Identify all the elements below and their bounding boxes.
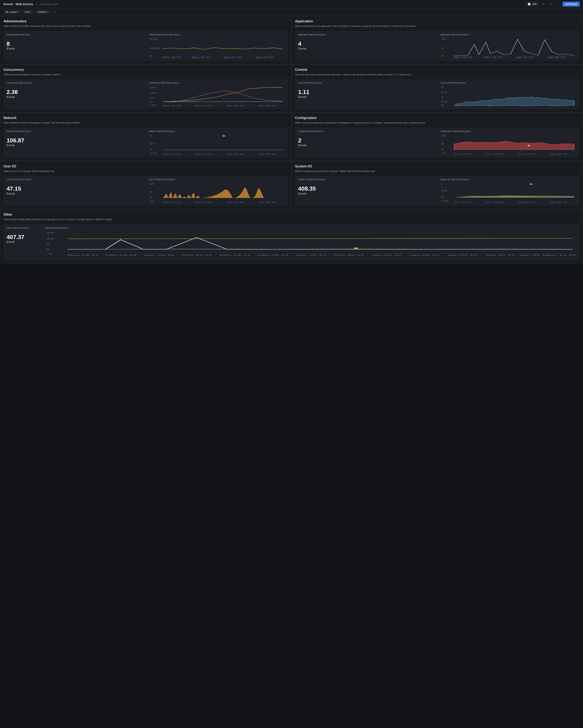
svg-text:-5: -5 (150, 200, 154, 203)
app-latency-chart: 10 5 0 Dec 16 21 Dec 24 21 Jan 01 22 Jan… (441, 37, 577, 58)
network-latency-title: Network Wait Event Latency (149, 130, 285, 132)
commit-section: Commit This wait class only comprises on… (292, 64, 583, 113)
svg-text:Jan 09 22: Jan 09 22 (549, 202, 567, 203)
network-section: Network Waits related to network messagi… (0, 112, 292, 161)
svg-text:Jan 07 22: Jan 07 22 (485, 254, 515, 256)
commit-latency-chart: 2 1.5 1 0.5 0 Dec 16 21 Dec 24 21 (441, 86, 577, 106)
concurrency-section: Concurrency Waits for internal database … (0, 64, 292, 113)
svg-text:0: 0 (441, 148, 444, 151)
configuration-section: Configuration Waits caused by inadequate… (292, 112, 583, 161)
svg-text:-5: -5 (46, 252, 52, 255)
svg-text:Jan 03 22: Jan 03 22 (409, 254, 439, 256)
svg-text:Jan 09 22: Jan 09 22 (258, 202, 276, 203)
network-desc: Waits related to network messaging. Exam… (3, 121, 288, 125)
config-count-card: Configuration Wait Event C... 2 Events (295, 128, 437, 157)
svg-text:1: 1 (441, 96, 444, 98)
svg-text:Dec 24 21: Dec 24 21 (486, 105, 504, 106)
other-count-title: Other Wait Event Count (7, 227, 38, 229)
svg-text:1: 1 (441, 183, 444, 185)
refresh-button[interactable]: ↻ (541, 2, 546, 6)
svg-text:15: 15 (46, 232, 54, 234)
config-count-value: 2 (298, 137, 301, 144)
svg-text:10: 10 (441, 38, 446, 40)
svg-point-56 (222, 135, 225, 136)
svg-text:Dec 24 21: Dec 24 21 (219, 254, 250, 256)
app-count-value: 4 (298, 41, 301, 47)
svg-text:Jan 01 22: Jan 01 22 (371, 254, 401, 256)
svg-text:10: 10 (46, 237, 54, 240)
svg-text:50: 50 (150, 97, 154, 99)
system-io-count-title: System I/O Wait Event Count (298, 178, 434, 181)
app-header: Oracle - Wait Events ⎋ All changes saved… (0, 0, 583, 8)
user-io-count-value: 47.15 (7, 186, 21, 192)
svg-text:Dec 24 21: Dec 24 21 (194, 153, 213, 155)
svg-text:Dec 16 21: Dec 16 21 (162, 56, 181, 58)
svg-text:5: 5 (441, 142, 444, 145)
user-io-latency-chart: 10 5 0 -5 Dec 16 21 Dec 24 21 Jan 01 22 (149, 182, 285, 203)
concurrency-metrics: Concurrency Wait Event Co... 2.36 Events… (3, 79, 288, 109)
svg-text:0: 0 (150, 55, 152, 57)
svg-text:Dec 28 21: Dec 28 21 (295, 254, 327, 256)
application-section: Application Waits resulting from user ap… (292, 16, 583, 64)
add-panel-button[interactable]: Add Panel (562, 2, 580, 7)
network-latency-chart: 1 0.5 0 -0.5 Dec 16 21 Dec 24 21 Jan (149, 134, 285, 155)
user-io-latency-title: User I/O Wait Event Latency (149, 178, 285, 181)
concurrency-count-card: Concurrency Wait Event Co... 2.36 Events (4, 79, 145, 109)
other-metrics: Other Wait Event Count 407.37 Events Oth… (3, 224, 580, 260)
system-io-latency-card: System I/O Wait Event Latency 1 0.5 0 -0… (438, 176, 579, 205)
user-io-title: User I/O (3, 164, 288, 168)
filter-add-button[interactable]: + (52, 9, 57, 15)
concurrency-count-unit: Events (7, 96, 15, 99)
system-io-latency-chart: 1 0.5 0 -0.5 Dec 16 21 (441, 182, 577, 203)
user-io-desc: Waits for user IO. Example: db file sequ… (3, 170, 288, 173)
administrative-desc: Waits resulting from DBA commands that c… (3, 24, 288, 28)
commit-latency-title: Commit Wait Event Latency (441, 82, 577, 84)
other-latency-chart: 15 10 5 0 -5 (45, 231, 576, 258)
svg-text:-0.5: -0.5 (441, 200, 448, 202)
share-icon[interactable]: ⎋ (36, 2, 37, 6)
svg-text:0.5: 0.5 (150, 142, 156, 145)
svg-text:0: 0 (150, 148, 152, 151)
configuration-desc: Waits caused by inadequate configuration… (295, 121, 580, 125)
svg-text:0: 0 (441, 196, 444, 199)
app-count-title: Application Wait Event Count (298, 33, 434, 36)
commit-count-card: Commit Wait Event Count 1.11 Events (295, 79, 437, 109)
user-io-latency-card: User I/O Wait Event Latency 10 5 0 -5 De… (146, 176, 288, 205)
svg-text:2: 2 (441, 86, 444, 88)
svg-text:5: 5 (441, 47, 444, 49)
concurrency-count-value: 2.36 (7, 89, 18, 96)
commit-title: Commit (295, 68, 580, 72)
commit-desc: This wait class only comprises one wait … (295, 73, 580, 76)
other-count-value: 407.37 (7, 234, 24, 240)
svg-text:0: 0 (46, 248, 50, 250)
svg-text:5: 5 (46, 243, 50, 245)
svg-text:100: 100 (150, 92, 157, 94)
svg-text:0: 0 (150, 197, 152, 199)
application-desc: Waits resulting from user application co… (295, 24, 580, 28)
svg-text:10: 10 (150, 183, 154, 185)
svg-text:Jan 01 22: Jan 01 22 (226, 202, 244, 203)
svg-text:Dec 16 21: Dec 16 21 (454, 202, 473, 203)
filter-instance[interactable]: instance * (35, 10, 51, 14)
network-count-card: Network Wait Event Count 106.87 Events (4, 128, 145, 157)
admin-count-card: Administrative Wait Event ... 8 Events (4, 31, 145, 60)
concurrency-latency-card: Concurrency Wait Event Latency 150 100 5… (146, 79, 288, 109)
filter-button[interactable]: ▽ (548, 2, 553, 6)
svg-text:Dec 24 21: Dec 24 21 (194, 105, 213, 106)
more-button[interactable]: ⋮ (555, 2, 560, 6)
filter-host[interactable]: host * (23, 10, 33, 14)
filter-db-cluster[interactable]: db_cluster * (3, 10, 21, 14)
svg-text:0.5: 0.5 (441, 189, 447, 192)
concurrency-desc: Waits for internal database resources. E… (3, 73, 288, 76)
svg-text:Dec 16 21: Dec 16 21 (454, 56, 473, 58)
commit-metrics: Commit Wait Event Count 1.11 Events Comm… (295, 79, 580, 109)
svg-text:0.01: 0.01 (150, 38, 158, 40)
svg-text:Dec 20 21: Dec 20 21 (143, 254, 175, 256)
network-count-title: Network Wait Event Count (7, 130, 143, 132)
svg-text:-0.5: -0.5 (150, 152, 157, 154)
other-desc: These panels identify Waits that should … (3, 218, 580, 221)
network-count-unit: Events (7, 144, 15, 147)
user-io-count-unit: Events (7, 192, 15, 195)
svg-point-69 (527, 145, 530, 146)
time-range-picker[interactable]: 🕐 -30D (526, 2, 539, 7)
